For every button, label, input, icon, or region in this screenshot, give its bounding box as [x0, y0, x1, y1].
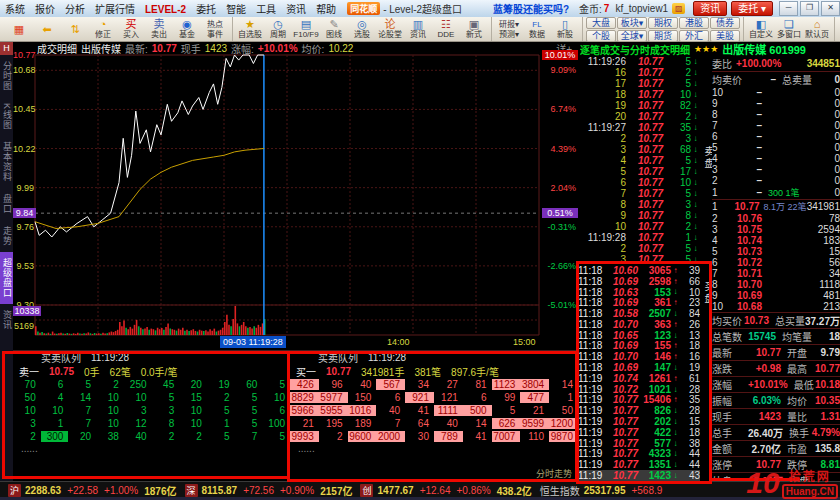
forum-button[interactable]: 论论股堂 — [377, 18, 403, 41]
sidebar-item-分时图[interactable]: 分时图 — [0, 55, 13, 97]
queue-cell: 21 — [290, 418, 319, 429]
market-button-债券[interactable]: 债券 — [710, 17, 740, 29]
level-price: 10.75 — [728, 224, 762, 235]
dde-label: DDE — [438, 30, 455, 39]
queue-cell: 30 — [405, 431, 434, 442]
sidebar-item-基本资料[interactable]: 基本资料 — [0, 136, 13, 188]
stock-pick-button[interactable]: ◎选股 — [349, 18, 375, 41]
market-button-全球▾[interactable]: 全球▾ — [617, 30, 647, 42]
watchlist-button[interactable]: ★自选股 — [237, 18, 263, 41]
tick-volume: 5 — [663, 188, 691, 199]
level-number: 2 — [712, 213, 728, 224]
custom-button[interactable]: ◧自定义 — [748, 18, 774, 41]
menu-智能[interactable]: 智能 — [221, 4, 251, 15]
tick-volume: 5 — [663, 56, 691, 67]
level-quantity: 0 — [762, 109, 840, 120]
market-button-大盘[interactable]: 大盘 — [586, 17, 616, 29]
menu-LEVEL-2[interactable]: LEVEL-2 — [140, 4, 191, 15]
index-恒生指数[interactable]: 恒生指数25317.95+568.9 — [540, 483, 669, 498]
trade-button[interactable]: 委托 ▾ — [731, 1, 773, 16]
value2: 4.79% — [809, 427, 840, 438]
h-tab[interactable]: H — [0, 42, 13, 55]
sidebar-item-超级盘口[interactable]: 超级盘口 — [0, 252, 13, 304]
layout-button[interactable]: ▣新式 — [461, 18, 487, 41]
market-button-板块▾[interactable]: 板块▾ — [617, 17, 647, 29]
menu-报价[interactable]: 报价 — [30, 4, 60, 15]
correction-button[interactable]: ◔修正 — [90, 18, 116, 41]
menu-委托[interactable]: 委托 — [191, 4, 221, 15]
new-stock-button[interactable]: ▯新股 — [552, 18, 578, 41]
fund-label: 基金 — [179, 30, 195, 39]
tick-price: 10.77 — [626, 89, 663, 100]
info-row-level-2: 210.7678 — [712, 213, 840, 224]
sidebar-item-K线图[interactable]: K线图 — [0, 97, 13, 136]
research-button[interactable]: 研报▾预测▾ — [496, 18, 522, 41]
menu-资讯[interactable]: 资讯 — [281, 4, 311, 15]
back-button[interactable]: ⬅ — [34, 18, 60, 41]
restore-button[interactable]: ❐ — [800, 1, 819, 16]
label2: 量比 — [787, 409, 807, 424]
sidebar-item-盘口[interactable]: 盘口 — [0, 188, 13, 220]
menu-帮助[interactable]: 帮助 — [311, 4, 341, 15]
gift-icon[interactable]: ▨ — [672, 3, 685, 14]
f10-button[interactable]: ▤F10/F9 — [293, 18, 319, 41]
tab-intraday-trend[interactable]: 分时走势 — [536, 467, 572, 480]
period-button[interactable]: ◷周期 — [265, 18, 291, 41]
down-arrow-icon: ↓ — [671, 287, 680, 296]
level-number: 4 — [712, 153, 728, 164]
sidebar-item-资讯[interactable]: 资讯 — [0, 304, 13, 336]
index-深[interactable]: 深8115.87+72.56+0.90%2157亿 — [185, 483, 353, 498]
promo-link[interactable]: 蓝筹股还能买吗? — [493, 1, 569, 16]
palette-button[interactable]: ▦ — [6, 18, 32, 41]
down-arrow-icon: ↓ — [671, 449, 680, 458]
drawline-button[interactable]: ✎图线 — [321, 18, 347, 41]
queue-cell: 100 — [262, 418, 290, 429]
index-沪[interactable]: 沪2288.63+22.58+1.00%1876亿 — [8, 483, 177, 498]
queue-cell: 789 — [434, 431, 463, 442]
layout-icon: ▣ — [469, 19, 479, 30]
market-button-期权[interactable]: 期权 — [648, 17, 678, 29]
menu-系统[interactable]: 系统 — [0, 4, 30, 15]
label2: 市盈 — [787, 441, 807, 456]
dde-button[interactable]: ☷DDE — [433, 18, 459, 41]
market-button-外汇[interactable]: 外汇 — [679, 30, 709, 42]
menu-扩展行情[interactable]: 扩展行情 — [90, 4, 140, 15]
minimize-button[interactable]: ─ — [779, 1, 798, 16]
multi-window-button[interactable]: ❏多窗口 — [776, 18, 802, 41]
tick-time: 11:19 — [578, 416, 605, 427]
level-price: 10.72 — [728, 257, 762, 268]
tick-time: 11:18 — [578, 287, 605, 298]
queue-cell: 5955 — [319, 405, 348, 416]
market-button-期货[interactable]: 期货 — [648, 30, 678, 42]
close-button[interactable]: ✕ — [821, 1, 840, 16]
index-创[interactable]: 创1477.67+12.64+0.86%438.2亿 — [360, 483, 531, 498]
marker-price: 9.84 — [13, 208, 36, 218]
news-button[interactable]: 资讯 — [693, 1, 727, 16]
default-page-button[interactable]: ⌂默认页 — [804, 18, 830, 41]
market-button-港股[interactable]: 港股 — [679, 17, 709, 29]
username[interactable]: kf_topview1 — [615, 3, 668, 14]
queue-cell: 10 — [13, 405, 41, 416]
sell-button[interactable]: 卖卖出 — [146, 18, 172, 41]
page-up-down-button[interactable]: ⇅ — [62, 18, 88, 41]
tick-row: 610.7710↓ — [578, 177, 700, 188]
menu-分析[interactable]: 分析 — [60, 4, 90, 15]
menu-工具[interactable]: 工具 — [251, 4, 281, 15]
level-price: 10.73 — [728, 246, 762, 257]
tick-price: 10.77 — [626, 232, 663, 243]
queue-cell: 7 — [235, 431, 263, 442]
data-button[interactable]: FL数据 — [524, 18, 550, 41]
market-button-个股[interactable]: 个股 — [586, 30, 616, 42]
hot-events-button[interactable]: 热点事件 — [202, 18, 228, 41]
queue-cell: 6 — [41, 379, 69, 390]
news-button[interactable]: ▥资讯 — [405, 18, 431, 41]
fund-button[interactable]: ◉基金 — [174, 18, 200, 41]
market-button-美股[interactable]: 美股 — [710, 30, 740, 42]
value2: 0 — [812, 74, 840, 85]
down-arrow-icon: ↓ — [691, 188, 700, 199]
buy-button[interactable]: 买买入 — [118, 18, 144, 41]
queue-cell: 3 — [124, 405, 152, 416]
sidebar-item-走势[interactable]: 走势 — [0, 220, 13, 252]
tick-time: 11:18 — [578, 276, 605, 287]
queue-cell: 626 — [492, 418, 521, 429]
